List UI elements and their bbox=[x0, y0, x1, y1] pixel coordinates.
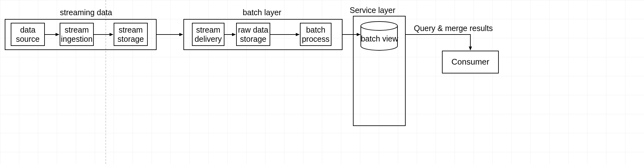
node-batch-process: batchprocess bbox=[300, 23, 331, 46]
node-batch-view: batch view bbox=[360, 34, 399, 43]
group-label-batch: batch layer bbox=[240, 8, 284, 17]
node-data-source: datasource bbox=[11, 23, 45, 46]
group-box-service bbox=[353, 16, 406, 126]
arrow-label-query-merge: Query & merge results bbox=[414, 24, 493, 33]
node-raw-data-storage: raw datastorage bbox=[236, 23, 270, 46]
node-stream-ingestion: streamingestion bbox=[60, 23, 94, 46]
group-label-streaming: streaming data bbox=[58, 8, 114, 17]
group-label-service: Service layer bbox=[347, 6, 398, 15]
node-stream-storage: streamstorage bbox=[114, 23, 148, 46]
node-stream-delivery: streamdelivery bbox=[192, 23, 224, 46]
node-consumer: Consumer bbox=[442, 51, 499, 73]
